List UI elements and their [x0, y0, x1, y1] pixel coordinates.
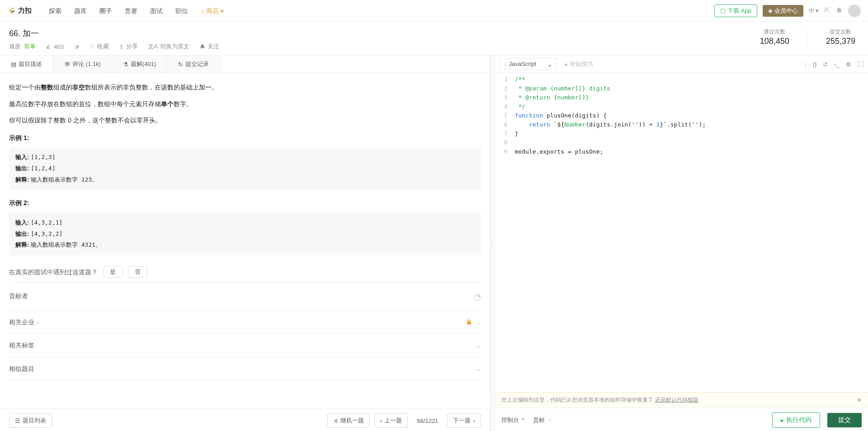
chevron-down-icon: ▾: [221, 7, 224, 14]
shuffle-icon: ⤭: [333, 417, 338, 424]
smart-mode-toggle[interactable]: ●智能模式: [564, 60, 593, 68]
bell-outline-icon: 🔔︎: [199, 43, 205, 50]
example-2: 输入: [4,3,2,1] 输出: [4,3,2,2] 解释: 输入数组表示数字…: [9, 213, 481, 255]
submissions-stat: 提交次数 255,379: [822, 28, 859, 46]
submissions-label: 提交次数: [826, 28, 855, 36]
nav-contest[interactable]: 竞赛: [118, 0, 144, 22]
fullscreen-icon[interactable]: ⛶: [858, 61, 863, 68]
right-pane: iJavaScript ⌄ ●智能模式 i {} ↺ ›_ ⚙︎ ⛶ 12345…: [495, 56, 868, 431]
nav-jobs[interactable]: 职位: [169, 0, 194, 22]
prev-button[interactable]: ‹上一题: [374, 413, 408, 428]
next-button[interactable]: 下一题›: [447, 413, 481, 428]
brand-text: 力扣: [18, 6, 32, 15]
settings-icon[interactable]: ⚙︎: [846, 61, 851, 68]
tab-solutions[interactable]: ⚗︎题解(401): [112, 56, 167, 73]
leetcode-icon: ◔: [473, 288, 481, 305]
problem-list-button[interactable]: ☰题目列表: [9, 413, 52, 428]
code-editor[interactable]: 123456789 /** * @param {number[]} digits…: [495, 73, 868, 392]
follow-button[interactable]: 🔔︎关注: [199, 42, 219, 51]
left-pane: ▤题目描述 💬︎评论 (1.1k) ⚗︎题解(401) ↻提交记录 给定一个由整…: [0, 56, 491, 431]
tab-description[interactable]: ▤题目描述: [0, 56, 53, 73]
nav-interview[interactable]: 面试: [144, 0, 169, 22]
language-toggle[interactable]: 中 ▾: [809, 7, 819, 15]
interview-yes-button[interactable]: 是: [103, 266, 123, 278]
run-button[interactable]: ▸执行代码: [772, 412, 820, 428]
flask-icon: ⚗︎: [123, 61, 128, 68]
paragraph: 最高位数字存放在数组的首位，数组中每个元素只存储单个数字。: [9, 98, 481, 110]
accordion-contributors[interactable]: 贡献者 ◔: [9, 282, 481, 311]
share-button[interactable]: ⇪分享: [119, 42, 138, 51]
crown-icon: ◈: [768, 7, 773, 14]
chevron-down-icon: ▾: [816, 7, 819, 14]
contribute-link[interactable]: 贡献i: [533, 416, 551, 424]
switch-language-button[interactable]: 文A切换为英文: [148, 42, 189, 51]
translate-icon: 文A: [148, 42, 158, 51]
favorite-button[interactable]: ♡收藏: [90, 42, 109, 51]
chevron-down-icon: ⌄: [476, 363, 481, 375]
nav-links: 探索 题库 圈子 竞赛 面试 职位 ⌂ 商店 ▾: [42, 0, 230, 22]
tab-comments[interactable]: 💬︎评论 (1.1k): [53, 56, 112, 73]
restore-default-link[interactable]: 还原默认代码模版: [655, 396, 698, 404]
editor-toolbar: iJavaScript ⌄ ●智能模式 i {} ↺ ›_ ⚙︎ ⛶: [495, 56, 868, 73]
lock-icon: 🔒︎: [466, 316, 472, 328]
interview-text: 在真实的面试中遇到过这道题？: [9, 266, 98, 278]
right-footer: 控制台 ⌃ 贡献i ▸执行代码 提交: [495, 408, 868, 431]
chevron-right-icon: ›: [473, 417, 475, 424]
nav-discuss[interactable]: 圈子: [93, 0, 118, 22]
left-tabs: ▤题目描述 💬︎评论 (1.1k) ⚗︎题解(401) ↻提交记录: [0, 56, 490, 73]
interview-no-button[interactable]: 否: [128, 266, 147, 278]
chevron-down-icon: ⌄: [476, 339, 481, 351]
bell-icon[interactable]: 🔔︎: [835, 7, 843, 15]
thumbs-up-icon: 👍︎: [46, 43, 52, 50]
tab-submissions[interactable]: ↻提交记录: [167, 56, 220, 73]
phone-icon: ▢: [720, 7, 726, 14]
chevron-left-icon: ‹: [380, 417, 382, 424]
accordion-tags[interactable]: 相关标签 ⌄: [9, 334, 481, 357]
like-button[interactable]: 👍︎403: [46, 43, 64, 50]
restore-text: 您上次编辑到这里，代码已从您浏览器本地的临时存储中恢复了: [501, 396, 653, 404]
terminal-icon[interactable]: ›_: [834, 61, 840, 68]
paragraph: 给定一个由整数组成的非空数组所表示的非负整数，在该数的基础上加一。: [9, 81, 481, 94]
comment-icon: 💬︎: [64, 61, 70, 68]
nav-store[interactable]: ⌂ 商店 ▾: [194, 0, 230, 22]
play-icon: ▸: [781, 417, 784, 424]
console-toggle[interactable]: 控制台 ⌃: [501, 416, 526, 424]
close-icon[interactable]: ✕: [857, 397, 862, 403]
thumbs-down-icon: 👎︎: [74, 43, 80, 50]
heart-icon: ♡: [90, 43, 95, 50]
page-indicator: 66/1221: [412, 417, 443, 424]
description-body: 给定一个由整数组成的非空数组所表示的非负整数，在该数的基础上加一。 最高位数字存…: [0, 73, 490, 408]
download-app-button[interactable]: ▢下载 App: [714, 5, 757, 17]
accepted-value: 108,450: [760, 37, 789, 46]
dislike-button[interactable]: 👎︎: [74, 43, 80, 50]
leetcode-logo-icon: [7, 6, 16, 15]
language-selector[interactable]: iJavaScript ⌄: [500, 58, 557, 70]
accordion-similar[interactable]: 相似题目 ⌄: [9, 357, 481, 381]
chevron-up-icon: ⌃: [521, 417, 526, 424]
avatar[interactable]: [848, 5, 861, 17]
info-icon: i: [505, 61, 506, 67]
info-icon: i: [549, 417, 551, 424]
restore-banner: 您上次编辑到这里，代码已从您浏览器本地的临时存储中恢复了 还原默认代码模版 ✕: [495, 392, 868, 408]
info-icon: i: [37, 319, 38, 326]
difficulty-label: 难度: [9, 43, 21, 50]
submit-button[interactable]: 提交: [827, 413, 862, 427]
problem-header: 66. 加一 难度 简单 👍︎403 👎︎ ♡收藏 ⇪分享 文A切换为英文 🔔︎…: [0, 22, 868, 56]
pane-splitter[interactable]: [491, 56, 495, 431]
member-center-button[interactable]: ◈会员中心: [763, 5, 803, 17]
nav-problems[interactable]: 题库: [68, 0, 93, 22]
logo[interactable]: 力扣: [7, 6, 32, 15]
accordion-companies[interactable]: 相关企业i 🔒︎⌄: [9, 311, 481, 334]
chevron-down-icon: ⌄: [547, 61, 552, 68]
random-button[interactable]: ⤭随机一题: [327, 413, 370, 428]
main-split: ▤题目描述 💬︎评论 (1.1k) ⚗︎题解(401) ↻提交记录 给定一个由整…: [0, 56, 868, 431]
chevron-down-icon: ⌄: [476, 316, 481, 328]
undo-icon[interactable]: ↺: [823, 61, 828, 68]
document-icon: ▤: [11, 61, 16, 68]
braces-icon[interactable]: {}: [813, 61, 817, 68]
nav-explore[interactable]: 探索: [42, 0, 68, 22]
submissions-value: 255,379: [826, 37, 855, 46]
info-icon[interactable]: i: [805, 61, 806, 68]
external-link-icon[interactable]: ⇱: [824, 6, 830, 15]
code-lines[interactable]: /** * @param {number[]} digits * @return…: [515, 75, 868, 392]
